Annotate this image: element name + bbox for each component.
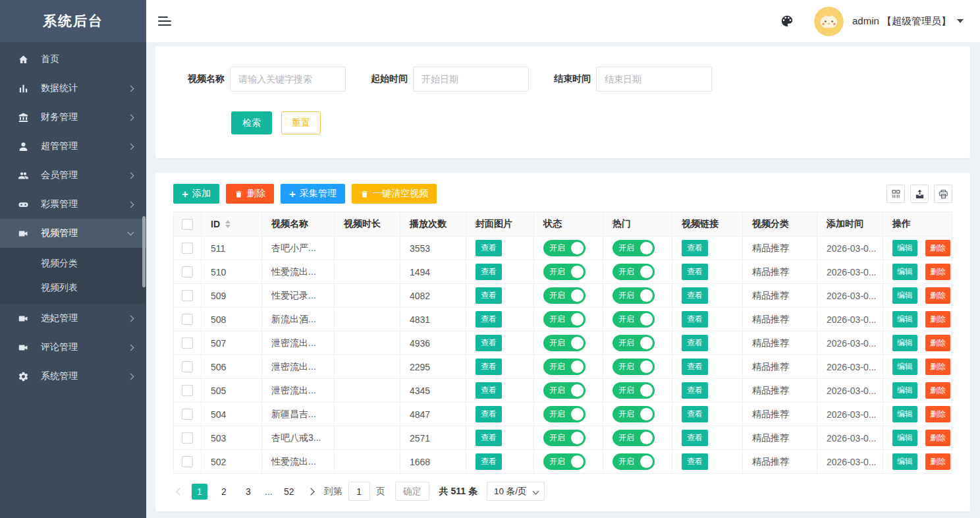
view-link-button[interactable]: 查看 [682,406,708,422]
edit-button[interactable]: 编辑 [892,287,917,304]
status-toggle[interactable]: 开启 [543,406,585,422]
sidebar-item-lottery[interactable]: 彩票管理 [0,190,146,219]
user-menu[interactable]: admin 【超级管理员】 [852,15,964,28]
sidebar-item-members[interactable]: 会员管理 [0,161,146,190]
row-delete-button[interactable]: 删除 [925,335,950,351]
view-cover-button[interactable]: 查看 [476,359,502,375]
edit-button[interactable]: 编辑 [892,430,917,446]
status-toggle[interactable]: 开启 [543,430,585,446]
view-link-button[interactable]: 查看 [682,335,708,351]
view-cover-button[interactable]: 查看 [476,287,502,304]
row-checkbox[interactable] [182,432,193,444]
row-checkbox[interactable] [182,409,193,420]
hot-toggle[interactable]: 开启 [612,453,655,470]
sort-icon[interactable] [225,220,231,228]
theme-palette-icon[interactable] [780,14,794,28]
view-link-button[interactable]: 查看 [682,287,708,304]
view-cover-button[interactable]: 查看 [476,430,502,446]
status-toggle[interactable]: 开启 [543,335,585,351]
view-cover-button[interactable]: 查看 [476,406,502,422]
status-toggle[interactable]: 开启 [543,382,585,399]
view-link-button[interactable]: 查看 [682,240,708,256]
sidebar-item-concubine[interactable]: 选妃管理 [0,304,146,333]
columns-filter-button[interactable] [886,185,905,203]
view-link-button[interactable]: 查看 [682,430,708,446]
edit-button[interactable]: 编辑 [892,453,917,470]
search-button[interactable]: 检索 [231,111,272,134]
hot-toggle[interactable]: 开启 [612,359,655,375]
sidebar-item-super-admin[interactable]: 超管管理 [0,132,146,161]
menu-toggle-icon[interactable] [158,14,173,28]
avatar[interactable] [814,7,844,36]
view-link-button[interactable]: 查看 [682,453,708,470]
hot-toggle[interactable]: 开启 [612,430,655,446]
row-checkbox[interactable] [182,243,193,254]
view-cover-button[interactable]: 查看 [476,453,502,470]
sidebar-item-statistics[interactable]: 数据统计 [0,74,146,103]
sidebar-item-finance[interactable]: 财务管理 [0,103,146,132]
export-button[interactable] [910,185,929,203]
goto-page-input[interactable] [348,482,370,501]
sidebar-item-video-management[interactable]: 视频管理 [0,219,146,248]
end-date-input[interactable] [596,67,712,92]
page-2[interactable]: 2 [216,484,232,500]
page-1[interactable]: 1 [192,484,207,500]
video-name-input[interactable] [230,67,346,92]
prev-page-icon[interactable] [176,488,183,495]
next-page-icon[interactable] [307,488,314,495]
edit-button[interactable]: 编辑 [892,264,917,280]
page-52[interactable]: 52 [281,484,297,500]
select-all-checkbox[interactable] [182,219,193,230]
sidebar-item-home[interactable]: 首页 [0,45,146,74]
view-link-button[interactable]: 查看 [682,311,708,328]
collect-manage-button[interactable]: + 采集管理 [281,184,345,204]
row-delete-button[interactable]: 删除 [925,287,950,304]
row-delete-button[interactable]: 删除 [925,264,950,280]
page-size-select[interactable]: 10 条/页 [487,482,545,501]
view-cover-button[interactable]: 查看 [476,264,502,280]
view-cover-button[interactable]: 查看 [476,382,502,399]
row-checkbox[interactable] [182,266,193,277]
row-delete-button[interactable]: 删除 [925,240,950,256]
view-link-button[interactable]: 查看 [682,264,708,280]
status-toggle[interactable]: 开启 [543,240,585,256]
edit-button[interactable]: 编辑 [892,406,917,422]
page-3[interactable]: 3 [240,484,256,500]
start-date-input[interactable] [413,67,529,92]
edit-button[interactable]: 编辑 [892,382,917,399]
status-toggle[interactable]: 开启 [543,311,585,328]
sidebar-scrollbar[interactable] [142,216,146,287]
row-delete-button[interactable]: 删除 [925,382,950,399]
goto-confirm-button[interactable]: 确定 [395,482,429,501]
hot-toggle[interactable]: 开启 [612,311,655,328]
row-delete-button[interactable]: 删除 [925,453,950,470]
edit-button[interactable]: 编辑 [892,359,917,375]
row-checkbox[interactable] [182,361,193,372]
hot-toggle[interactable]: 开启 [612,382,655,399]
print-button[interactable] [934,185,952,203]
row-checkbox[interactable] [182,290,193,301]
sidebar-subitem-video-list[interactable]: 视频列表 [0,275,146,300]
view-link-button[interactable]: 查看 [682,382,708,399]
row-delete-button[interactable]: 删除 [925,430,950,446]
hot-toggle[interactable]: 开启 [612,335,655,351]
clear-all-videos-button[interactable]: 一键清空视频 [352,184,437,204]
view-cover-button[interactable]: 查看 [476,335,502,351]
reset-button[interactable]: 重置 [281,111,321,134]
edit-button[interactable]: 编辑 [892,240,917,256]
status-toggle[interactable]: 开启 [543,359,585,375]
delete-button[interactable]: 删除 [226,184,274,204]
status-toggle[interactable]: 开启 [543,287,585,304]
hot-toggle[interactable]: 开启 [612,406,655,422]
sidebar-subitem-video-category[interactable]: 视频分类 [0,251,146,275]
edit-button[interactable]: 编辑 [892,311,917,328]
edit-button[interactable]: 编辑 [892,335,917,351]
hot-toggle[interactable]: 开启 [612,240,655,256]
row-delete-button[interactable]: 删除 [925,311,950,328]
status-toggle[interactable]: 开启 [543,453,585,470]
row-delete-button[interactable]: 删除 [925,359,950,375]
hot-toggle[interactable]: 开启 [612,287,655,304]
row-delete-button[interactable]: 删除 [925,406,950,422]
view-cover-button[interactable]: 查看 [476,240,502,256]
view-cover-button[interactable]: 查看 [476,311,502,328]
